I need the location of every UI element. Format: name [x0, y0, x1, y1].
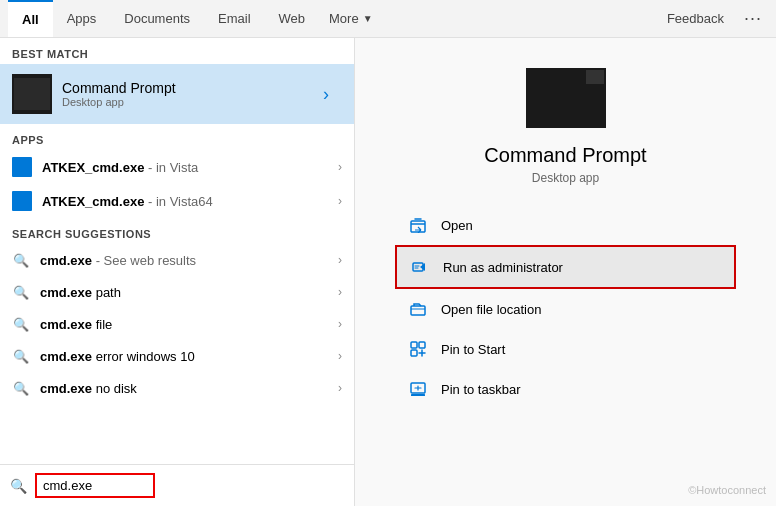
cmd-preview-dot	[586, 70, 604, 84]
action-open[interactable]: Open	[395, 205, 736, 245]
list-chevron-icon: ›	[338, 160, 342, 174]
suggestion-text: cmd.exe file	[40, 317, 338, 332]
location-icon	[407, 298, 429, 320]
suggestion-chevron-icon: ›	[338, 253, 342, 267]
tab-email[interactable]: Email	[204, 0, 265, 37]
action-open-label: Open	[441, 218, 473, 233]
app-name: ATKEX_cmd.exe	[42, 160, 144, 175]
action-run-as-admin-label: Run as administrator	[443, 260, 563, 275]
best-match-text: Command Prompt Desktop app	[62, 80, 310, 108]
search-icon: 🔍	[12, 283, 30, 301]
suggestion-item[interactable]: 🔍 cmd.exe - See web results ›	[0, 244, 354, 276]
app-icon	[12, 191, 32, 211]
svg-rect-5	[411, 350, 417, 356]
suggestion-text: cmd.exe no disk	[40, 381, 338, 396]
more-label: More	[329, 11, 359, 26]
best-match-arrow-icon[interactable]: ›	[310, 74, 342, 114]
list-item[interactable]: ATKEX_cmd.exe - in Vista ›	[0, 150, 354, 184]
suggestion-item[interactable]: 🔍 cmd.exe path ›	[0, 276, 354, 308]
pin-start-icon	[407, 338, 429, 360]
svg-rect-7	[411, 394, 425, 396]
suggestion-text: cmd.exe - See web results	[40, 253, 338, 268]
left-panel: Best match Command Prompt Desktop app › …	[0, 38, 355, 506]
open-icon	[407, 214, 429, 236]
suggestion-text: cmd.exe error windows 10	[40, 349, 338, 364]
right-title: Command Prompt	[484, 144, 646, 167]
action-open-location-label: Open file location	[441, 302, 541, 317]
list-item[interactable]: ATKEX_cmd.exe - in Vista64 ›	[0, 184, 354, 218]
feedback-button[interactable]: Feedback	[657, 7, 734, 30]
right-panel: Command Prompt Desktop app Open	[355, 38, 776, 506]
suggestion-chevron-icon: ›	[338, 317, 342, 331]
suggestion-chevron-icon: ›	[338, 349, 342, 363]
suggestion-item[interactable]: 🔍 cmd.exe file ›	[0, 308, 354, 340]
more-options-button[interactable]: ···	[738, 6, 768, 31]
cmd-preview-icon	[526, 68, 606, 128]
app-suffix: - in Vista64	[144, 194, 212, 209]
search-input[interactable]	[35, 473, 155, 498]
svg-rect-4	[419, 342, 425, 348]
action-pin-taskbar[interactable]: Pin to taskbar	[395, 369, 736, 409]
suggestion-text: cmd.exe path	[40, 285, 338, 300]
tab-all[interactable]: All	[8, 0, 53, 37]
tab-documents[interactable]: Documents	[110, 0, 204, 37]
action-pin-start[interactable]: Pin to Start	[395, 329, 736, 369]
search-bar-icon: 🔍	[10, 478, 27, 494]
suggestion-chevron-icon: ›	[338, 381, 342, 395]
list-item-text: ATKEX_cmd.exe - in Vista	[42, 160, 338, 175]
admin-icon	[409, 256, 431, 278]
search-icon: 🔍	[12, 315, 30, 333]
best-match-name: Command Prompt	[62, 80, 310, 96]
cmd-icon-inner	[14, 78, 50, 110]
list-item-text: ATKEX_cmd.exe - in Vista64	[42, 194, 338, 209]
tab-apps[interactable]: Apps	[53, 0, 111, 37]
more-chevron-icon: ▼	[363, 13, 373, 24]
search-icon: 🔍	[12, 379, 30, 397]
search-icon: 🔍	[12, 251, 30, 269]
best-match-sub: Desktop app	[62, 96, 310, 108]
app-suffix: - in Vista	[144, 160, 198, 175]
right-top: Command Prompt Desktop app	[355, 38, 776, 205]
suggestion-item[interactable]: 🔍 cmd.exe no disk ›	[0, 372, 354, 404]
search-icon: 🔍	[12, 347, 30, 365]
best-match-section-label: Best match	[0, 38, 354, 64]
svg-rect-3	[411, 342, 417, 348]
nav-right: Feedback ···	[657, 6, 768, 31]
action-run-as-admin[interactable]: Run as administrator	[395, 245, 736, 289]
right-sub: Desktop app	[532, 171, 599, 185]
best-match-item[interactable]: Command Prompt Desktop app ›	[0, 64, 354, 124]
suggestions-section-label: Search suggestions	[0, 218, 354, 244]
pin-taskbar-icon	[407, 378, 429, 400]
watermark: ©Howtoconnect	[688, 484, 766, 496]
cmd-icon-large	[12, 74, 52, 114]
top-nav: All Apps Documents Email Web More ▼ Feed…	[0, 0, 776, 38]
svg-rect-2	[411, 306, 425, 315]
apps-section-label: Apps	[0, 124, 354, 150]
search-bar: 🔍	[0, 464, 354, 506]
list-chevron-icon: ›	[338, 194, 342, 208]
action-pin-taskbar-label: Pin to taskbar	[441, 382, 521, 397]
action-open-location[interactable]: Open file location	[395, 289, 736, 329]
suggestion-item[interactable]: 🔍 cmd.exe error windows 10 ›	[0, 340, 354, 372]
app-icon	[12, 157, 32, 177]
action-pin-start-label: Pin to Start	[441, 342, 505, 357]
app-name: ATKEX_cmd.exe	[42, 194, 144, 209]
more-dropdown[interactable]: More ▼	[319, 3, 383, 34]
main-content: Best match Command Prompt Desktop app › …	[0, 38, 776, 506]
right-actions: Open Run as administrator	[355, 205, 776, 409]
suggestion-chevron-icon: ›	[338, 285, 342, 299]
tab-web[interactable]: Web	[265, 0, 320, 37]
